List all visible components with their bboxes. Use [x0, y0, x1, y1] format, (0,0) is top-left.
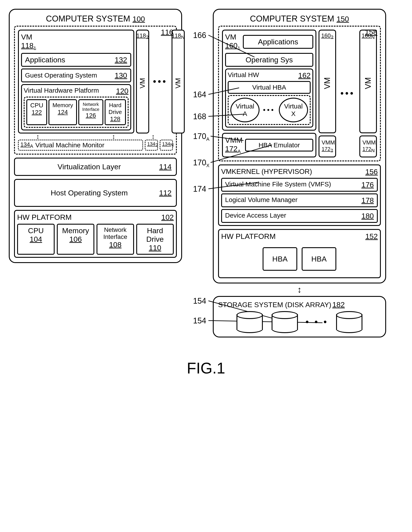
- vhp-net: Network Interface 126: [78, 99, 103, 125]
- guest-os-ref: 130: [115, 71, 127, 80]
- vm-ref-160-1: 1601: [225, 41, 240, 50]
- vhp-hd: Hard Drive 128: [105, 99, 126, 125]
- r172n: 172: [362, 146, 371, 152]
- r134-2: 134: [147, 141, 155, 147]
- vmmn-ref-r: 172N: [362, 146, 374, 153]
- hw-net: Network Interface 108: [97, 224, 134, 255]
- ellipsis-icon: • • •: [303, 317, 331, 327]
- hw-memory: Memory 106: [57, 224, 94, 255]
- r160-2: 160: [321, 32, 331, 39]
- guest-os-label: Guest Operating System: [25, 72, 97, 79]
- vmm-label: Virtual Machine Monitor: [35, 141, 104, 149]
- diagram-container: COMPUTER SYSTEM 100 116 VM 1181: [9, 9, 403, 337]
- host-os-ref: 112: [159, 189, 172, 197]
- virtual-a-label: Virtual A: [236, 103, 254, 117]
- ellipsis-icon: •••: [338, 30, 357, 157]
- exec-space-116: 116 VM 1181 Applications 132: [14, 26, 177, 155]
- storage-ref: 182: [332, 300, 345, 309]
- vhp-hd-label: Hard Drive: [109, 102, 122, 115]
- hw-platform-label: HW PLATFORM: [17, 213, 72, 221]
- hw-platform-152: HW PLATFORM 152 HBA HBA: [218, 229, 381, 278]
- vmm-label-r: VMM: [225, 136, 242, 144]
- cs150-title: COMPUTER SYSTEM 150: [218, 14, 381, 23]
- storage-label: STORAGE SYSTEM (DISK ARRAY): [218, 301, 331, 309]
- vm-160-1: VM 1601 Applications Operating Sys: [222, 30, 316, 131]
- virtual-disks-dashed: Virtual A ••• Virtual X: [228, 95, 311, 125]
- arrow-down-icon: ↕: [151, 133, 155, 140]
- r118-2: 118: [137, 32, 146, 39]
- vhw-box: Virtual HW 162 Virtual HBA Virtual A •••…: [225, 68, 313, 128]
- r172ns: N: [371, 148, 375, 153]
- vmm-a-ref: 134A: [20, 141, 33, 149]
- vm-118-n: 118N VM: [172, 30, 185, 133]
- hw-platform-box: HW PLATFORM 102 CPU 104 Memory 106 Netwo…: [14, 210, 177, 258]
- applications-label: Applications: [25, 56, 65, 64]
- r160: 160: [225, 41, 238, 50]
- disk-icon: [237, 311, 263, 333]
- vm-label: VM: [21, 33, 32, 41]
- applications-label-r: Applications: [258, 38, 298, 46]
- r134ns: N: [170, 142, 174, 148]
- virtual-a-oval: Virtual A: [230, 98, 259, 122]
- hw-cpu-label: CPU: [21, 226, 51, 235]
- c170a-n: 170: [193, 132, 206, 141]
- disk-icon: [272, 311, 298, 333]
- virtual-x-oval: Virtual X: [279, 98, 308, 122]
- vmm-172-2: VMM 1722: [319, 135, 336, 157]
- arrow-down-icon: ↕: [112, 133, 115, 140]
- vm2-ref-r: 1602: [321, 32, 333, 40]
- hw-net-label: Network Interface: [101, 226, 130, 240]
- cs150-title-text: COMPUTER SYSTEM: [250, 14, 334, 23]
- arrow-updown-icon: ↕: [297, 285, 302, 295]
- exec-space-ref: 116: [161, 28, 173, 37]
- ellipsis-icon: •••: [151, 30, 170, 133]
- vhp-net-ref: 126: [82, 112, 99, 119]
- cs150-title-ref: 150: [337, 15, 349, 23]
- vmm-134-n: 134N: [160, 140, 173, 151]
- vmfs-label: Virtual Machine File System (VMFS): [225, 180, 331, 189]
- arrow-down-icon: ↕: [36, 133, 39, 140]
- vmfs-box: Virtual Machine File System (VMFS) 176: [221, 178, 378, 192]
- vhp-cpu-label: CPU: [30, 102, 43, 109]
- hba-2: HBA: [302, 247, 336, 271]
- c170x-s: X: [206, 163, 210, 168]
- vmkernel-box: VMKERNEL (HYPERVISOR) 156 Virtual Machin…: [218, 164, 381, 226]
- hba-emu-label: HBA Emulator: [258, 141, 300, 149]
- hba2-label: HBA: [311, 255, 327, 263]
- vhp-box: Virtual Hardware Platform 120 CPU 122: [21, 84, 131, 130]
- computer-system-100: COMPUTER SYSTEM 100 116 VM 1181: [9, 9, 182, 263]
- computer-system-150: COMPUTER SYSTEM 150 158 VM 16: [213, 9, 386, 284]
- lvm-box: Logical Volume Manager 178: [221, 193, 378, 207]
- vm-160-2: 1602 VM: [319, 30, 336, 133]
- r118: 118: [21, 41, 34, 50]
- callout-164: 164: [193, 90, 206, 99]
- applications-box-r: Applications: [243, 35, 313, 49]
- hw-hd-label: Hard Drive: [140, 226, 170, 244]
- vhw-label: Virtual HW: [228, 71, 259, 80]
- virt-layer-ref: 114: [159, 162, 172, 171]
- callout-154a: 154: [193, 296, 206, 306]
- os-box-r: Operating Sys: [225, 53, 313, 67]
- vm2-label: VM: [138, 78, 146, 88]
- r160s: 1: [238, 46, 240, 51]
- virtual-x-label: Virtual X: [284, 103, 303, 117]
- hw-hd: Hard Drive 110: [136, 224, 174, 255]
- cs100-title: COMPUTER SYSTEM 100: [14, 14, 177, 23]
- vhw-ref: 162: [298, 71, 311, 80]
- guest-os-box: Guest Operating System 130: [21, 68, 131, 82]
- r134-2s: 2: [155, 142, 158, 148]
- c170a-s: A: [206, 136, 210, 142]
- virt-layer-label: Virtualization Layer: [57, 162, 121, 171]
- r172a: 172: [225, 144, 238, 153]
- dal-box: Device Access Layer 180: [221, 209, 378, 223]
- vhp-memory: Memory 124: [48, 99, 77, 125]
- vmkernel-label: VMKERNEL (HYPERVISOR): [221, 168, 312, 176]
- dal-label: Device Access Layer: [225, 212, 286, 220]
- ref-116: 116: [161, 28, 173, 36]
- r118ns: N: [181, 35, 184, 40]
- hw-cpu: CPU 104: [17, 224, 55, 255]
- r134as: A: [30, 143, 33, 149]
- callout-154b: 154: [193, 316, 206, 325]
- vhp-mem-ref: 124: [52, 109, 73, 116]
- hw-platform-ref: 102: [161, 213, 174, 221]
